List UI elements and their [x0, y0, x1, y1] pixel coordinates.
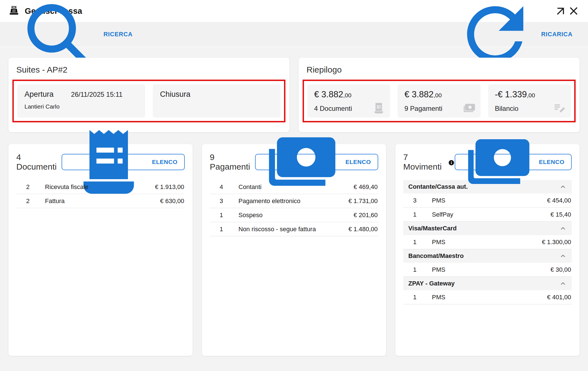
movements-card: 7 Movimenti ELENCO Contante/Cassa aut.3P… [395, 144, 580, 356]
chiusura-label: Chiusura [160, 90, 190, 99]
row-amount: € 201,60 [353, 212, 378, 219]
row-label: Fattura [45, 197, 65, 205]
toolbar: RICERCA RICARICA [0, 22, 588, 47]
top-cards-row: Suites - AP#2 Apertura 26/11/2025 15:11 … [8, 58, 580, 132]
apertura-label: Apertura [24, 90, 54, 99]
row-count: 1 [408, 239, 421, 246]
content-area: Suites - AP#2 Apertura 26/11/2025 15:11 … [0, 47, 588, 356]
movements-card-header: 7 Movimenti ELENCO [395, 144, 580, 172]
summary-amount: -€ 1.339,00 [495, 89, 564, 100]
movement-group-name: Bancomat/Maestro [408, 252, 464, 260]
documents-card-title: 4 Documenti [16, 152, 62, 172]
payments-title-wrap: 9 Pagamenti [210, 152, 255, 172]
summary-highlight-box: € 3.882,004 Documenti€ 3.882,009 Pagamen… [303, 80, 576, 122]
summary-amount: € 3.882,00 [314, 89, 383, 100]
documents-card: 4 Documenti ELENCO 2Ricevuta fiscale€ 1.… [8, 144, 193, 356]
info-icon[interactable] [448, 159, 455, 167]
row-count: 3 [215, 197, 228, 205]
summary-item: € 3.882,009 Pagamenti [398, 84, 480, 118]
row-label: Contanti [238, 183, 262, 191]
payments-card-header: 9 Pagamenti ELENCO [202, 144, 386, 172]
summary-amount-main: € 3.882 [404, 89, 433, 99]
row-count: 2 [21, 197, 34, 205]
movement-group-name: ZPAY - Gateway [408, 280, 455, 287]
summary-amount-decimals: ,00 [434, 92, 442, 98]
apertura-operator: Lantieri Carlo [24, 103, 138, 110]
chiusura-line: Chiusura [160, 90, 273, 99]
row-amount: € 1.480,00 [348, 226, 378, 233]
row-label: Sospeso [238, 212, 263, 219]
table-row: 1PMS€ 30,00 [403, 263, 572, 277]
row-amount: € 30,00 [551, 266, 571, 273]
row-amount: € 469,40 [353, 183, 378, 191]
payments-elenco-button[interactable]: ELENCO [255, 154, 378, 170]
payments-card-title: 9 Pagamenti [210, 152, 255, 172]
row-label: SelfPay [432, 211, 453, 218]
row-amount: € 401,00 [547, 294, 571, 301]
receipt-icon [372, 101, 386, 115]
row-amount: € 454,00 [547, 197, 571, 204]
chevron-up-icon [559, 225, 567, 232]
chevron-up-icon [559, 280, 567, 287]
table-row: 1Sospeso€ 201,60 [210, 208, 378, 222]
row-label: PMS [432, 239, 445, 246]
summary-amount-decimals: ,00 [343, 92, 351, 98]
movements-elenco-label: ELENCO [539, 159, 564, 165]
row-count: 1 [408, 211, 421, 218]
summary-amount-main: -€ 1.339 [495, 89, 527, 99]
row-amount: € 630,00 [160, 197, 184, 205]
row-count: 1 [215, 212, 228, 219]
row-count: 2 [21, 183, 34, 191]
payments-card: 9 Pagamenti ELENCO 4Contanti€ 469,403Pag… [202, 144, 386, 356]
reload-button-label: RICARICA [541, 31, 573, 38]
summary-amount-decimals: ,00 [527, 92, 535, 98]
table-row: 1PMS€ 1.300,00 [403, 235, 572, 249]
row-amount: € 15,40 [551, 211, 571, 218]
row-amount: € 1.913,00 [155, 183, 184, 191]
table-row: 1Non riscosso - segue fattura€ 1.480,00 [210, 222, 378, 236]
edit-note-icon [553, 101, 566, 115]
row-label: PMS [432, 294, 445, 301]
table-row: 1PMS€ 401,00 [403, 290, 572, 304]
chevron-up-icon [559, 252, 567, 260]
session-card-title: Suites - AP#2 [16, 65, 285, 75]
summary-amount-main: € 3.882 [314, 89, 343, 99]
summary-card: Riepilogo € 3.882,004 Documenti€ 3.882,0… [299, 58, 580, 132]
session-card: Suites - AP#2 Apertura 26/11/2025 15:11 … [8, 58, 289, 132]
row-label: Non riscosso - segue fattura [238, 226, 316, 233]
documents-elenco-button[interactable]: ELENCO [62, 154, 185, 170]
row-count: 4 [215, 183, 228, 191]
row-amount: € 1.300,00 [542, 239, 571, 246]
summary-item: -€ 1.339,00Bilancio [488, 84, 571, 118]
banknote-icon [463, 101, 476, 115]
row-count: 1 [408, 266, 421, 273]
movement-group-name: Contante/Cassa aut. [408, 183, 468, 190]
row-count: 3 [408, 197, 421, 204]
bottom-cards-row: 4 Documenti ELENCO 2Ricevuta fiscale€ 1.… [8, 144, 580, 356]
payments-elenco-label: ELENCO [345, 159, 371, 165]
movement-group-header[interactable]: Visa/MasterCard [403, 222, 572, 235]
movement-group-header[interactable]: ZPAY - Gateway [403, 277, 572, 290]
documents-card-header: 4 Documenti ELENCO [8, 144, 193, 172]
chevron-up-icon [559, 183, 567, 190]
apertura-line: Apertura 26/11/2025 15:11 [24, 90, 138, 99]
movements-card-title: 7 Movimenti [403, 152, 444, 172]
summary-item: € 3.882,004 Documenti [307, 84, 390, 118]
movements-title-wrap: 7 Movimenti [403, 152, 455, 172]
row-label: Ricevuta fiscale [45, 183, 88, 191]
summary-card-title: Riepilogo [307, 65, 576, 75]
row-amount: € 1.731,00 [348, 197, 378, 205]
row-label: PMS [432, 197, 445, 204]
movement-group-header[interactable]: Bancomat/Maestro [403, 249, 572, 263]
movement-group-name: Visa/MasterCard [408, 225, 457, 232]
apertura-datetime: 26/11/2025 15:11 [71, 91, 123, 98]
row-count: 1 [215, 226, 228, 233]
documents-elenco-label: ELENCO [152, 159, 177, 165]
banknote-icon [462, 125, 535, 199]
search-button-label: RICERCA [103, 31, 133, 38]
row-count: 1 [408, 294, 421, 301]
apertura-box: Apertura 26/11/2025 15:11 Lantieri Carlo [17, 84, 145, 118]
movements-elenco-button[interactable]: ELENCO [455, 154, 572, 170]
documents-title-wrap: 4 Documenti [16, 152, 62, 172]
row-label: Pagamento elettronico [238, 197, 300, 205]
